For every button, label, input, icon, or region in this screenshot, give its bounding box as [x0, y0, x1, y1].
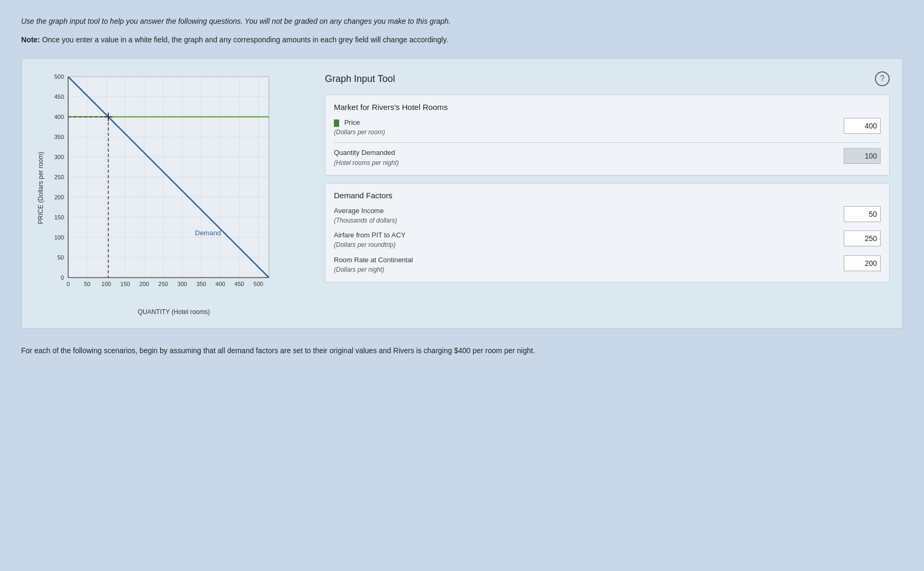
svg-text:200: 200: [54, 194, 64, 200]
note-text: Note: Once you enter a value in a white …: [21, 34, 903, 45]
avg-income-row: Average Income (Thousands of dollars): [334, 206, 881, 225]
room-rate-row: Room Rate at Continental (Dollars per ni…: [334, 255, 881, 274]
svg-text:50: 50: [58, 254, 64, 261]
y-axis-label: PRICE (Dollars per room): [37, 152, 44, 224]
svg-text:300: 300: [54, 154, 64, 160]
note-body: Once you enter a value in a white field,…: [42, 35, 449, 44]
svg-text:500: 500: [254, 281, 263, 287]
svg-text:150: 150: [54, 214, 64, 220]
tool-title-bar: Graph Input Tool ?: [325, 71, 890, 86]
graph-svg: 500 450 400 350 300 250 200 150 100 50 0…: [47, 71, 279, 304]
market-card-title: Market for Rivers's Hotel Rooms: [334, 103, 881, 112]
svg-text:450: 450: [235, 281, 244, 287]
svg-text:400: 400: [216, 281, 225, 287]
svg-text:300: 300: [178, 281, 187, 287]
svg-text:100: 100: [101, 281, 111, 287]
qty-demanded-label: Quantity Demanded (Hotel rooms per night…: [334, 148, 838, 167]
room-rate-input[interactable]: [844, 255, 881, 271]
airfare-row: Airfare from PIT to ACY (Dollars per rou…: [334, 231, 881, 250]
svg-text:250: 250: [158, 281, 168, 287]
room-rate-label: Room Rate at Continental (Dollars per ni…: [334, 255, 838, 274]
tool-title-text: Graph Input Tool: [325, 73, 395, 85]
graph-section: PRICE (Dollars per room): [34, 71, 309, 316]
x-axis-label: QUANTITY (Hotel rooms): [68, 308, 279, 316]
market-card: Market for Rivers's Hotel Rooms Price (D…: [325, 95, 890, 176]
svg-text:200: 200: [139, 281, 149, 287]
demand-factors-card: Demand Factors Average Income (Thousands…: [325, 183, 890, 282]
svg-text:100: 100: [54, 234, 64, 241]
demand-label: Demand: [195, 229, 221, 237]
price-indicator: [334, 119, 339, 127]
footer-text: For each of the following scenarios, beg…: [21, 345, 903, 356]
help-button[interactable]: ?: [875, 71, 890, 86]
svg-text:0: 0: [61, 274, 64, 281]
avg-income-input[interactable]: [844, 206, 881, 222]
price-label: Price (Dollars per room): [334, 118, 838, 137]
qty-demanded-input: [844, 148, 881, 164]
svg-text:400: 400: [54, 114, 64, 120]
svg-text:350: 350: [197, 281, 206, 287]
airfare-input[interactable]: [844, 231, 881, 246]
demand-factors-title: Demand Factors: [334, 191, 881, 200]
main-panel: PRICE (Dollars per room): [21, 58, 903, 329]
svg-text:150: 150: [120, 281, 130, 287]
svg-text:500: 500: [54, 73, 64, 80]
svg-text:450: 450: [54, 94, 64, 100]
svg-text:350: 350: [54, 134, 64, 140]
price-row: Price (Dollars per room): [334, 118, 881, 137]
price-input[interactable]: [844, 118, 881, 134]
svg-text:50: 50: [84, 281, 90, 287]
avg-income-label: Average Income (Thousands of dollars): [334, 206, 838, 225]
qty-demanded-row: Quantity Demanded (Hotel rooms per night…: [334, 148, 881, 167]
note-label: Note:: [21, 35, 40, 44]
svg-text:0: 0: [67, 281, 70, 287]
svg-text:250: 250: [54, 174, 64, 180]
tool-section: Graph Input Tool ? Market for Rivers's H…: [325, 71, 890, 316]
instructions-text: Use the graph input tool to help you ans…: [21, 16, 903, 27]
airfare-label: Airfare from PIT to ACY (Dollars per rou…: [334, 231, 838, 250]
